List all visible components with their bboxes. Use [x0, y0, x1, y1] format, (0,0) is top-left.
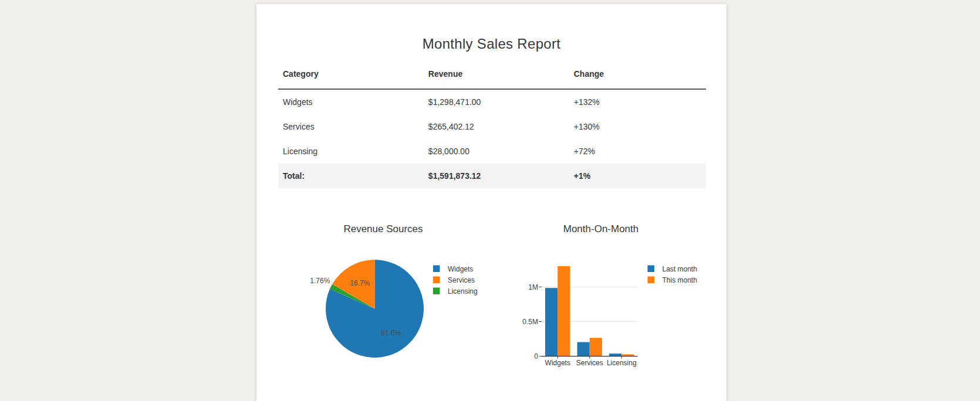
- category-cell: Licensing: [278, 139, 424, 164]
- bar-services-this-month: [590, 338, 602, 356]
- pie-legend-swatch: [433, 288, 440, 295]
- revenue-cell: $28,000.00: [424, 139, 569, 164]
- revenue-cell: $265,402.12: [424, 114, 569, 139]
- bar-services-last-month: [577, 342, 590, 356]
- column-header-category: Category: [278, 60, 424, 89]
- pie-percentage-label: 81.6%: [381, 329, 401, 337]
- change-cell: +72%: [569, 139, 706, 164]
- pie-chart-title: Revenue Sources: [343, 223, 423, 235]
- table-row: Licensing $28,000.00 +72%: [278, 139, 706, 164]
- table-total-row: Total: $1,591,873.12 +1%: [278, 164, 706, 188]
- pie-legend-label: Services: [448, 276, 475, 284]
- bar-legend-label: This month: [663, 276, 697, 284]
- bar-widgets-this-month: [557, 266, 570, 356]
- table-row: Widgets $1,298,471.00 +132%: [278, 89, 706, 114]
- bar-legend-label: Last month: [663, 265, 697, 273]
- pie-legend-label: Licensing: [448, 287, 478, 295]
- pie-legend-label: Widgets: [448, 265, 473, 273]
- bar-ytick-label: 0: [534, 352, 538, 361]
- category-cell: Widgets: [278, 89, 424, 114]
- bar-xtick-label: Services: [576, 359, 603, 367]
- table-header-row: Category Revenue Change: [278, 60, 706, 89]
- table-row: Services $265,402.12 +130%: [278, 114, 706, 139]
- bar-ytick-label: 1M: [528, 283, 538, 291]
- pie-legend-swatch: [433, 277, 440, 284]
- change-cell: +130%: [569, 114, 706, 139]
- category-cell: Services: [278, 114, 424, 139]
- bar-legend-swatch: [648, 266, 655, 273]
- bar-ytick-label: 0.5M: [522, 318, 538, 326]
- total-change-cell: +1%: [569, 164, 706, 188]
- pie-percentage-label: 1.76%: [310, 277, 330, 285]
- change-cell: +132%: [569, 89, 706, 114]
- bar-widgets-last-month: [545, 288, 557, 356]
- charts-canvas: Revenue Sources81.6%1.76%16.7%WidgetsSer…: [256, 211, 726, 401]
- column-header-revenue: Revenue: [424, 60, 569, 89]
- bar-chart-title: Month-On-Month: [563, 223, 639, 235]
- total-revenue-cell: $1,591,873.12: [424, 164, 569, 188]
- bar-xtick-label: Licensing: [607, 359, 637, 367]
- revenue-cell: $1,298,471.00: [424, 89, 569, 114]
- total-label-cell: Total:: [278, 164, 424, 188]
- pie-percentage-label: 16.7%: [350, 279, 370, 287]
- bar-licensing-last-month: [609, 354, 621, 356]
- report-title: Monthly Sales Report: [256, 36, 726, 52]
- bar-legend-swatch: [648, 277, 655, 284]
- pie-legend-swatch: [433, 266, 440, 273]
- column-header-change: Change: [569, 60, 706, 89]
- sales-table: Category Revenue Change Widgets $1,298,4…: [278, 60, 706, 188]
- bar-xtick-label: Widgets: [545, 359, 570, 367]
- report-card: Monthly Sales Report Category Revenue Ch…: [256, 4, 726, 401]
